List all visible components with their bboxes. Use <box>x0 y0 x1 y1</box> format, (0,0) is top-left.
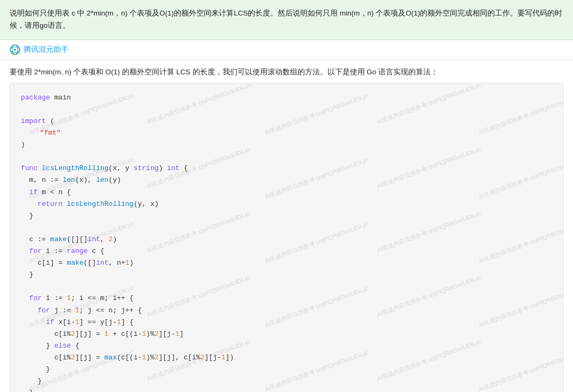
code-line-22: } else { <box>21 340 552 352</box>
code-line-25: } <box>21 375 552 387</box>
question-section: 说明如何只使用表 c 中 2*min(m，n) 个表项及O(1)的额外空间来计算… <box>0 0 573 40</box>
code-line-11: } <box>21 210 552 222</box>
code-line-19: for j := 1; j <= n; j++ { <box>21 305 552 317</box>
code-line-23: c[i%2][j] = max(c[(i-1)%2][j], c[i%2][j-… <box>21 352 552 364</box>
code-line-9: if m < n { <box>21 187 552 198</box>
code-line-8: m, n := len(x), len(y) <box>21 174 552 186</box>
code-line-20: if x[i-1] == y[j-1] { <box>21 317 552 328</box>
code-line-15: c[i] = make([]int, n+1) <box>21 257 552 269</box>
code-line-18: for i := 1; i <= m; i++ { <box>21 293 552 304</box>
code-line-13: c := make([][]int, 2) <box>21 234 552 245</box>
response-intro: 要使用 2*min(m, n) 个表项和 O(1) 的额外空间计算 LCS 的长… <box>0 60 573 83</box>
code-line-26: } <box>21 387 552 392</box>
code-line-6 <box>21 151 552 163</box>
code-content[interactable]: package main import ( "fmt" ) func lcsLe… <box>10 83 563 392</box>
code-line-1: package main <box>21 92 552 104</box>
assistant-header: 腾讯混元助手 <box>0 40 573 60</box>
assistant-name: 腾讯混元助手 <box>24 45 68 55</box>
code-line-3: import ( <box>21 116 552 127</box>
code-line-12 <box>21 222 552 234</box>
svg-point-3 <box>14 49 16 51</box>
code-line-7: func lcsLengthRolling(x, y string) int { <box>21 163 552 174</box>
code-line-4: "fmt" <box>21 127 552 139</box>
code-line-10: return lcsLengthRolling(y, x) <box>21 198 552 210</box>
code-line-21: c[i%2][j] = 1 + c[(i-1)%2][j-1] <box>21 328 552 340</box>
assistant-logo-icon <box>10 44 20 55</box>
intro-text: 要使用 2*min(m, n) 个表项和 O(1) 的额外空间计算 LCS 的长… <box>10 68 438 76</box>
code-line-5: ) <box>21 139 552 151</box>
code-line-17 <box>21 281 552 293</box>
code-line-2 <box>21 104 552 116</box>
code-line-14: for i := range c { <box>21 245 552 257</box>
code-line-16: } <box>21 269 552 281</box>
code-line-24: } <box>21 364 552 375</box>
question-text: 说明如何只使用表 c 中 2*min(m，n) 个表项及O(1)的额外空间来计算… <box>10 9 562 29</box>
code-block: AI生成内容仅供参考 rzqPlQRBGs4UDiLycAI生成内容仅供参考 r… <box>10 83 563 392</box>
